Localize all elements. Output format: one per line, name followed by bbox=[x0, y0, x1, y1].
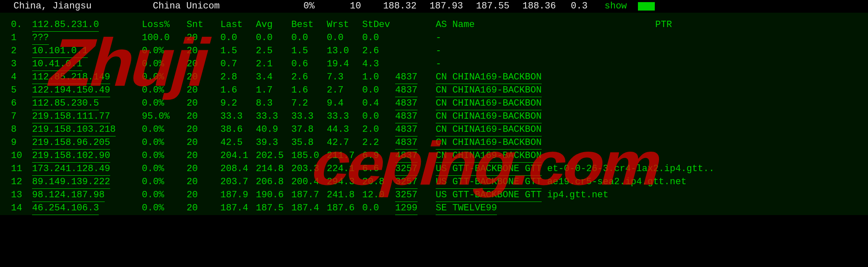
hop-host[interactable]: 219.158.102.90 bbox=[32, 150, 142, 163]
hop-host[interactable]: 89.149.139.222 bbox=[32, 176, 142, 189]
summary-ping3: 187.55 bbox=[469, 0, 516, 13]
hop-index: 10 bbox=[11, 150, 32, 162]
hop-last: 38.6 bbox=[220, 123, 256, 136]
hop-avg: 2.1 bbox=[256, 58, 291, 71]
hop-stdev: 6.9 bbox=[362, 150, 395, 162]
hop-row: 1398.124.187.980.0%20187.9190.6187.7241.… bbox=[11, 189, 857, 202]
hop-wrst: 7.3 bbox=[327, 71, 362, 84]
hop-wrst: 2.7 bbox=[327, 84, 362, 97]
hop-as[interactable]: 4837 bbox=[395, 97, 436, 110]
hop-host[interactable]: 112.85.218.149 bbox=[32, 71, 142, 84]
show-link[interactable]: show bbox=[605, 0, 627, 13]
hop-index: 2 bbox=[11, 45, 32, 57]
progress-bar bbox=[638, 2, 655, 11]
hop-wrst: 9.4 bbox=[327, 97, 362, 110]
hop-loss: 0.0% bbox=[142, 71, 187, 84]
hdr-host: 112.85.231.0 bbox=[32, 19, 142, 32]
hop-index: 4 bbox=[11, 71, 32, 84]
hop-best: 37.8 bbox=[291, 123, 327, 136]
hop-host[interactable]: 219.158.103.218 bbox=[32, 123, 142, 136]
hop-last: 42.5 bbox=[220, 136, 256, 149]
hop-avg: 202.5 bbox=[256, 150, 291, 162]
header-row: 0. 112.85.231.0 Loss% Snt Last Avg Best … bbox=[11, 19, 857, 32]
hop-snt: 20 bbox=[187, 123, 220, 136]
hop-avg: 2.5 bbox=[256, 45, 291, 57]
hop-host[interactable]: 112.85.230.5 bbox=[32, 97, 142, 110]
hop-loss: 0.0% bbox=[142, 136, 187, 149]
hop-best: 187.7 bbox=[291, 189, 327, 202]
hop-asname: CN CHINA169-BACKBON bbox=[436, 84, 562, 97]
hop-row: 1289.149.139.2220.0%20203.7206.8200.4294… bbox=[11, 176, 857, 189]
summary-loss: 0% bbox=[284, 0, 334, 13]
hop-last: 204.1 bbox=[220, 150, 256, 162]
hdr-stdev: StDev bbox=[362, 19, 395, 31]
hdr-avg: Avg bbox=[256, 19, 291, 31]
hop-best: 185.0 bbox=[291, 150, 327, 162]
hop-stdev: 0.0 bbox=[362, 202, 395, 215]
hop-best: 1.6 bbox=[291, 84, 327, 97]
hdr-idx: 0. bbox=[11, 19, 32, 31]
hop-loss: 95.0% bbox=[142, 110, 187, 123]
hop-as[interactable]: 4837 bbox=[395, 110, 436, 123]
hdr-loss: Loss% bbox=[142, 19, 187, 31]
hop-wrst: 33.3 bbox=[327, 110, 362, 123]
hop-snt: 20 bbox=[187, 45, 220, 57]
hop-as[interactable]: 4837 bbox=[395, 150, 436, 163]
hop-index: 1 bbox=[11, 32, 32, 44]
hop-row: 210.101.0.10.0%201.52.51.513.02.6- bbox=[11, 45, 857, 58]
hop-stdev: 0.4 bbox=[362, 97, 395, 110]
hop-row: 8219.158.103.2180.0%2038.640.937.844.32.… bbox=[11, 123, 857, 136]
hop-last: 0.0 bbox=[220, 32, 256, 44]
hop-host[interactable]: 10.41.0.1 bbox=[32, 58, 142, 71]
hop-wrst: 42.7 bbox=[327, 136, 362, 149]
hop-avg: 40.9 bbox=[256, 123, 291, 136]
hop-as[interactable]: 4837 bbox=[395, 71, 436, 84]
hop-stdev: 2.6 bbox=[362, 45, 395, 57]
hop-row: 4112.85.218.1490.0%202.83.42.67.31.04837… bbox=[11, 71, 857, 84]
hop-as[interactable]: 3257 bbox=[395, 163, 436, 176]
hop-as[interactable]: 3257 bbox=[395, 189, 436, 202]
hop-as[interactable]: 4837 bbox=[395, 123, 436, 136]
hop-loss: 0.0% bbox=[142, 58, 187, 71]
hop-row: 6112.85.230.50.0%209.28.37.29.40.44837CN… bbox=[11, 97, 857, 110]
hop-ptr: ip4.gtt.net bbox=[542, 190, 608, 200]
hop-best: 7.2 bbox=[291, 97, 327, 110]
hop-loss: 0.0% bbox=[142, 189, 187, 202]
hop-host[interactable]: 173.241.128.49 bbox=[32, 163, 142, 176]
hop-host[interactable]: 219.158.111.77 bbox=[32, 110, 142, 123]
hop-loss: 0.0% bbox=[142, 84, 187, 97]
hop-loss: 0.0% bbox=[142, 123, 187, 136]
hop-row: 10219.158.102.900.0%20204.1202.5185.0211… bbox=[11, 150, 857, 163]
hop-best: 2.6 bbox=[291, 71, 327, 84]
hop-row: 5122.194.150.490.0%201.61.71.62.70.04837… bbox=[11, 84, 857, 97]
hop-avg: 33.3 bbox=[256, 110, 291, 123]
hop-host[interactable]: 122.194.150.49 bbox=[32, 84, 142, 97]
hdr-wrst: Wrst bbox=[327, 19, 362, 31]
hop-snt: 20 bbox=[187, 71, 220, 84]
hop-ptr: ae19.cr5-sea2.ip4.gtt.net bbox=[542, 177, 686, 187]
hop-as[interactable]: 1299 bbox=[395, 202, 436, 215]
hdr-last: Last bbox=[220, 19, 256, 31]
hop-row: 11173.241.128.490.0%20208.4214.8203.3224… bbox=[11, 163, 857, 176]
hop-stdev: 2.0 bbox=[362, 123, 395, 136]
hop-host[interactable]: 219.158.96.205 bbox=[32, 136, 142, 150]
hop-host[interactable]: 98.124.187.98 bbox=[32, 189, 142, 202]
hop-snt: 20 bbox=[187, 58, 220, 71]
hop-host[interactable]: 10.101.0.1 bbox=[32, 45, 142, 58]
hop-last: 208.4 bbox=[220, 163, 256, 175]
hop-asname: SE TWELVE99 bbox=[436, 202, 562, 215]
hop-row: 1446.254.106.30.0%20187.4187.5187.4187.6… bbox=[11, 202, 857, 215]
hop-snt: 20 bbox=[187, 32, 220, 44]
hop-asname: - bbox=[436, 32, 562, 44]
hop-as[interactable]: 3257 bbox=[395, 176, 436, 189]
hdr-ptr: PTR bbox=[655, 19, 857, 31]
hop-host[interactable]: ??? bbox=[32, 32, 142, 45]
hop-avg: 8.3 bbox=[256, 97, 291, 110]
hop-as[interactable]: 4837 bbox=[395, 84, 436, 97]
hop-as[interactable]: 4837 bbox=[395, 136, 436, 150]
hop-last: 1.6 bbox=[220, 84, 256, 97]
hop-host[interactable]: 46.254.106.3 bbox=[32, 202, 142, 215]
hop-snt: 20 bbox=[187, 110, 220, 123]
summary-location: China, Jiangsu bbox=[14, 0, 153, 13]
hop-wrst: 19.4 bbox=[327, 58, 362, 71]
